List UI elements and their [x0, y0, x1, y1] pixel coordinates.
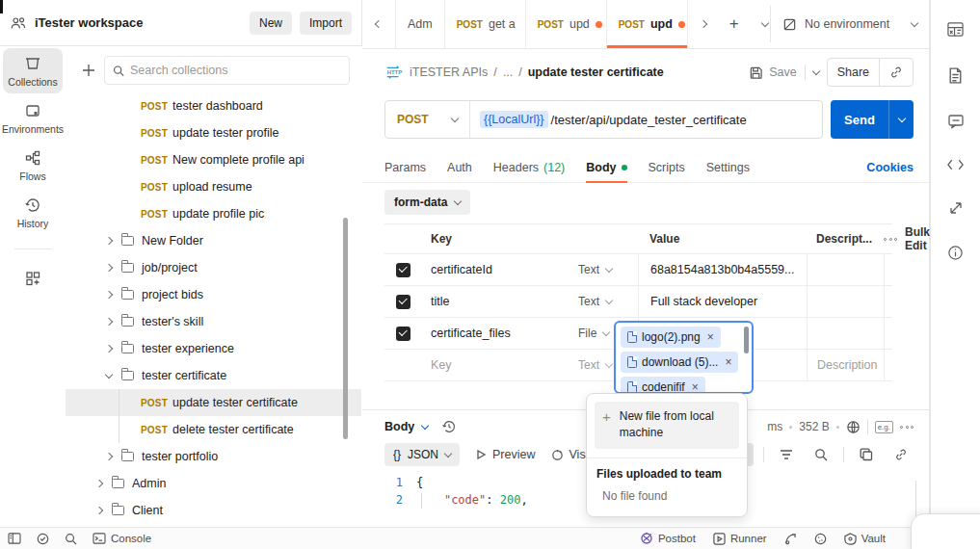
new-button[interactable]: New: [250, 12, 292, 35]
capture-requests-button[interactable]: [784, 533, 797, 545]
tab-params[interactable]: Params: [384, 152, 426, 182]
row-checkbox-checked[interactable]: [396, 263, 411, 277]
tree-request[interactable]: POSTtester dashboard: [66, 92, 361, 119]
row-checkbox-checked[interactable]: [396, 295, 411, 309]
tree-folder[interactable]: job/project: [66, 254, 361, 281]
breadcrumb-collection[interactable]: iTESTER APIs: [410, 65, 488, 79]
new-tab-button[interactable]: +: [720, 0, 749, 48]
response-format-select[interactable]: {} JSON: [384, 443, 460, 466]
tree-request[interactable]: POSTupdate tester profile: [66, 119, 361, 146]
configure-sidebar-button[interactable]: [3, 263, 63, 293]
send-options-button[interactable]: [888, 100, 914, 139]
tree-request[interactable]: POSTupdate profile pic: [66, 200, 361, 227]
cookies-status-button[interactable]: [814, 533, 827, 545]
tab-auth[interactable]: Auth: [447, 152, 472, 182]
vault-button[interactable]: Vault: [844, 533, 886, 545]
runner-button[interactable]: Runner: [713, 533, 767, 545]
remove-file-icon[interactable]: ×: [692, 380, 699, 394]
sidebar-scrollbar[interactable]: [343, 218, 348, 439]
description-cell-placeholder[interactable]: Description: [807, 350, 884, 380]
body-mode-select[interactable]: form-data: [384, 190, 470, 215]
sidebar-item-flows[interactable]: Flows: [3, 143, 63, 188]
search-response-button[interactable]: [808, 443, 834, 466]
more-icon[interactable]: [884, 238, 897, 241]
tree-folder[interactable]: tester experience: [66, 335, 361, 362]
info-icon[interactable]: [947, 245, 964, 261]
share-button[interactable]: Share: [828, 59, 879, 86]
row-checkbox-checked[interactable]: [396, 327, 411, 341]
value-cell[interactable]: 68a8154a813b0b4a5559...: [638, 254, 807, 285]
remove-file-icon[interactable]: ×: [725, 355, 731, 369]
code-snippet-icon[interactable]: [946, 158, 965, 171]
file-value-cell-focused[interactable]: logo(2).png × download (5)... × codenifi…: [614, 321, 754, 394]
tree-request[interactable]: POSTdelete tester certificate: [66, 416, 361, 443]
tab-update-2-active[interactable]: POSTupd: [606, 0, 687, 48]
add-collection-icon[interactable]: [81, 63, 96, 78]
tree-folder[interactable]: tester portfolio: [66, 443, 361, 470]
connection-status-button[interactable]: [37, 533, 49, 545]
share-response-button[interactable]: [888, 443, 914, 466]
tree-folder[interactable]: project bids: [66, 281, 361, 308]
response-scrollbar[interactable]: [915, 481, 916, 519]
description-cell[interactable]: [807, 286, 884, 317]
response-body-select[interactable]: Body: [384, 420, 414, 433]
tree-folder[interactable]: tester's skill: [66, 308, 361, 335]
tabs-scroll-right-button[interactable]: [687, 0, 720, 48]
url-input[interactable]: {{LocalUrl}} /tester/api/update_tester_c…: [470, 111, 756, 128]
url-variable-chip[interactable]: {{LocalUrl}}: [480, 111, 548, 128]
search-collections-input[interactable]: [130, 64, 341, 77]
filebox-scrollbar[interactable]: [744, 327, 749, 353]
postbot-button[interactable]: Postbot: [640, 532, 696, 545]
tree-folder[interactable]: Client: [66, 497, 361, 524]
tab-scripts[interactable]: Scripts: [649, 152, 685, 182]
tab-get[interactable]: POSTget a: [444, 0, 525, 48]
description-cell[interactable]: [807, 318, 884, 349]
comments-icon[interactable]: [947, 114, 965, 129]
tree-folder[interactable]: Admin: [66, 470, 361, 497]
tab-update-1[interactable]: POSTupd: [525, 0, 606, 48]
tree-request-selected[interactable]: POSTupdate tester certificate: [66, 389, 361, 416]
method-select[interactable]: POST: [385, 101, 470, 138]
copy-link-button[interactable]: [879, 59, 913, 86]
copy-response-button[interactable]: [854, 443, 879, 466]
find-button[interactable]: [65, 533, 77, 545]
sidebar-item-history[interactable]: History: [3, 190, 63, 235]
key-cell[interactable]: certificateId: [421, 263, 578, 276]
type-select[interactable]: Text: [578, 295, 638, 308]
environment-selector[interactable]: No environment: [770, 6, 929, 42]
save-button[interactable]: Save: [749, 65, 797, 80]
environment-quick-look-icon[interactable]: [946, 21, 965, 38]
send-button[interactable]: Send: [831, 100, 888, 139]
response-history-icon[interactable]: [441, 419, 457, 434]
breadcrumb-ellipsis[interactable]: ...: [503, 65, 513, 79]
type-select[interactable]: Text: [578, 263, 638, 276]
description-cell[interactable]: [807, 254, 884, 285]
key-cell[interactable]: certificate_files: [421, 327, 578, 340]
sidebar-item-environments[interactable]: Environments: [3, 95, 63, 141]
tree-folder[interactable]: New Folder: [66, 227, 361, 254]
key-cell[interactable]: title: [421, 295, 578, 308]
documentation-icon[interactable]: [947, 66, 964, 85]
search-collections-box[interactable]: [104, 56, 350, 85]
console-button[interactable]: Console: [93, 533, 151, 544]
cookies-link[interactable]: Cookies: [866, 161, 914, 174]
sidebar-item-collections[interactable]: Collections: [3, 48, 63, 93]
more-icon[interactable]: [900, 426, 914, 429]
tab-admin[interactable]: Adm: [395, 0, 444, 48]
tabs-scroll-left-button[interactable]: [362, 0, 395, 48]
value-cell[interactable]: Full stack developer: [638, 286, 807, 317]
tree-request[interactable]: POSTupload resume: [66, 173, 361, 200]
save-as-example-icon[interactable]: e.g.: [875, 421, 893, 433]
toggle-sidebar-button[interactable]: [8, 533, 21, 544]
tree-folder-expanded[interactable]: tester certificate: [66, 362, 361, 389]
tab-settings[interactable]: Settings: [706, 152, 750, 182]
tab-body[interactable]: Body: [586, 152, 626, 182]
preview-button[interactable]: Preview: [475, 448, 535, 461]
filter-button[interactable]: [774, 443, 799, 466]
workspace-title[interactable]: iTester workspace: [35, 15, 242, 30]
related-requests-icon[interactable]: [948, 200, 964, 216]
network-globe-icon[interactable]: [846, 420, 861, 434]
tab-headers[interactable]: Headers(12): [493, 152, 565, 182]
bulk-edit-button[interactable]: Bulk Edit: [905, 225, 930, 252]
new-file-option[interactable]: + New file from local machine: [595, 402, 739, 449]
